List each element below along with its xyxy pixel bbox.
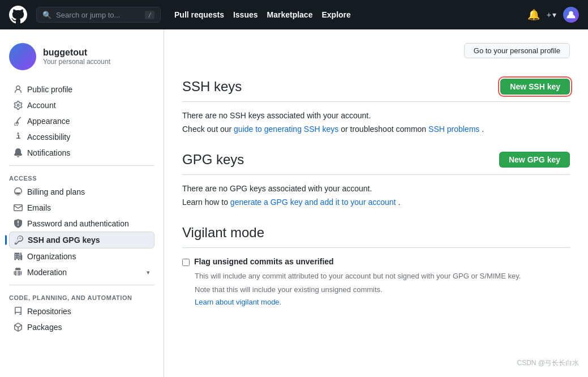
ssh-guide-pre: Check out our (182, 125, 231, 134)
gpg-keys-title: GPG keys (182, 152, 244, 168)
divider (9, 165, 154, 166)
moderation-icon (14, 268, 23, 277)
vigilant-desc-1: This will include any commit attributed … (195, 271, 570, 282)
personal-profile-button[interactable]: Go to your personal profile (464, 43, 570, 58)
bell-icon (14, 148, 23, 157)
sidebar-item-public-profile[interactable]: Public profile (9, 82, 154, 97)
gpg-learn-text: Learn how to generate a GPG key and add … (182, 198, 570, 207)
gear-icon (14, 101, 23, 110)
ssh-empty-text: There are no SSH keys associated with yo… (182, 111, 570, 120)
sidebar-item-label: Billing and plans (27, 187, 85, 196)
sidebar: buggetout Your personal account Public p… (0, 29, 164, 377)
sidebar-item-ssh-gpg[interactable]: SSH and GPG keys (9, 232, 154, 249)
vigilant-learn-link[interactable]: Learn about vigilant mode. (195, 298, 281, 306)
top-navigation: 🔍 Search or jump to... / Pull requests I… (0, 0, 588, 29)
watermark: CSDN @弓长长白水 (517, 358, 579, 368)
vigilant-header: Vigilant mode (182, 225, 570, 248)
sidebar-item-label: SSH and GPG keys (28, 235, 100, 245)
sidebar-item-label: Appearance (27, 117, 70, 126)
sidebar-item-label: Moderation (27, 268, 67, 277)
ssh-guide-mid: or troubleshoot common (341, 125, 428, 134)
person-icon (14, 85, 23, 94)
new-ssh-key-button[interactable]: New SSH key (500, 79, 570, 95)
nav-pull-requests[interactable]: Pull requests (174, 10, 224, 19)
sidebar-profile: buggetout Your personal account (9, 43, 154, 70)
repo-icon (14, 307, 23, 316)
main-content: Go to your personal profile SSH keys New… (164, 29, 588, 377)
nav-explore[interactable]: Explore (321, 10, 350, 19)
sidebar-item-label: Public profile (27, 85, 72, 94)
divider-2 (9, 285, 154, 285)
bell-icon[interactable]: 🔔 (527, 8, 540, 21)
sidebar-item-label: Account (27, 101, 56, 110)
ssh-keys-title: SSH keys (182, 79, 242, 95)
package-icon (14, 323, 23, 332)
gpg-keys-section: GPG keys New GPG key There are no GPG ke… (182, 152, 570, 207)
search-bar[interactable]: 🔍 Search or jump to... / (36, 7, 161, 23)
sidebar-item-moderation[interactable]: Moderation ▾ (9, 264, 154, 280)
nav-issues[interactable]: Issues (233, 10, 258, 19)
email-icon (14, 203, 23, 212)
sidebar-item-notifications[interactable]: Notifications (9, 145, 154, 161)
new-dropdown[interactable]: + ▾ (547, 10, 556, 19)
ssh-guide-link[interactable]: guide to generating SSH keys (234, 125, 338, 134)
gpg-learn-link[interactable]: generate a GPG key and add it to your ac… (230, 198, 396, 207)
ssh-keys-section: SSH keys New SSH key There are no SSH ke… (182, 79, 570, 134)
svg-point-1 (20, 238, 21, 239)
sidebar-item-appearance[interactable]: Appearance (9, 113, 154, 129)
paintbrush-icon (14, 117, 23, 126)
nav-right: 🔔 + ▾ (527, 7, 579, 23)
profile-info: buggetout Your personal account (43, 48, 110, 66)
sidebar-item-billing[interactable]: Billing and plans (9, 184, 154, 200)
search-shortcut: / (145, 11, 154, 19)
sidebar-item-label: Repositories (27, 307, 71, 316)
gpg-empty-text: There are no GPG keys associated with yo… (182, 184, 570, 193)
plus-chevron: ▾ (552, 10, 556, 19)
sidebar-item-label: Organizations (27, 252, 76, 261)
user-avatar[interactable] (563, 7, 579, 23)
ssh-keys-header: SSH keys New SSH key (182, 79, 570, 102)
sidebar-item-packages[interactable]: Packages (9, 319, 154, 335)
sidebar-item-label: Accessibility (27, 132, 70, 142)
gpg-learn-pre: Learn how to (182, 198, 228, 207)
username: buggetout (43, 48, 110, 58)
sidebar-item-repositories[interactable]: Repositories (9, 303, 154, 319)
sidebar-item-label: Password and authentication (27, 219, 129, 228)
personal-profile-area: Go to your personal profile (182, 43, 570, 70)
ssh-guide-end: . (482, 125, 484, 134)
sidebar-item-accessibility[interactable]: Accessibility (9, 129, 154, 145)
chevron-down-icon: ▾ (147, 269, 150, 276)
search-placeholder: Search or jump to... (56, 11, 120, 19)
key-icon (14, 235, 23, 245)
sidebar-item-account[interactable]: Account (9, 97, 154, 113)
vigilant-checkbox[interactable] (182, 259, 190, 266)
sidebar-item-label: Notifications (27, 148, 70, 157)
avatar (9, 43, 36, 70)
sidebar-item-emails[interactable]: Emails (9, 200, 154, 216)
plus-icon: + (547, 10, 551, 19)
nav-marketplace[interactable]: Marketplace (267, 10, 313, 19)
vigilant-checkbox-row: Flag unsigned commits as unverified (182, 257, 570, 266)
nav-links: Pull requests Issues Marketplace Explore (174, 10, 351, 19)
new-gpg-key-button[interactable]: New GPG key (499, 152, 570, 168)
sidebar-item-organizations[interactable]: Organizations (9, 249, 154, 264)
main-layout: buggetout Your personal account Public p… (0, 29, 588, 377)
gpg-keys-header: GPG keys New GPG key (182, 152, 570, 175)
org-icon (14, 252, 23, 261)
billing-icon (14, 187, 23, 196)
account-subtitle: Your personal account (43, 58, 110, 66)
ssh-problems-link[interactable]: SSH problems (428, 125, 479, 134)
shield-icon (14, 219, 23, 228)
vigilant-desc-2: Note that this will include your existin… (195, 284, 570, 295)
sidebar-item-label: Emails (27, 203, 51, 212)
ssh-guide-text: Check out our guide to generating SSH ke… (182, 125, 570, 134)
search-icon: 🔍 (42, 11, 51, 19)
vigilant-checkbox-label[interactable]: Flag unsigned commits as unverified (194, 257, 334, 266)
gpg-learn-end: . (398, 198, 400, 207)
github-logo[interactable] (9, 6, 27, 24)
code-section-label: Code, planning, and automation (9, 290, 154, 303)
sidebar-item-password[interactable]: Password and authentication (9, 216, 154, 232)
sidebar-nav: Public profile Account Appearance (9, 82, 154, 161)
sidebar-item-label: Packages (27, 323, 62, 332)
accessibility-icon (14, 132, 23, 142)
